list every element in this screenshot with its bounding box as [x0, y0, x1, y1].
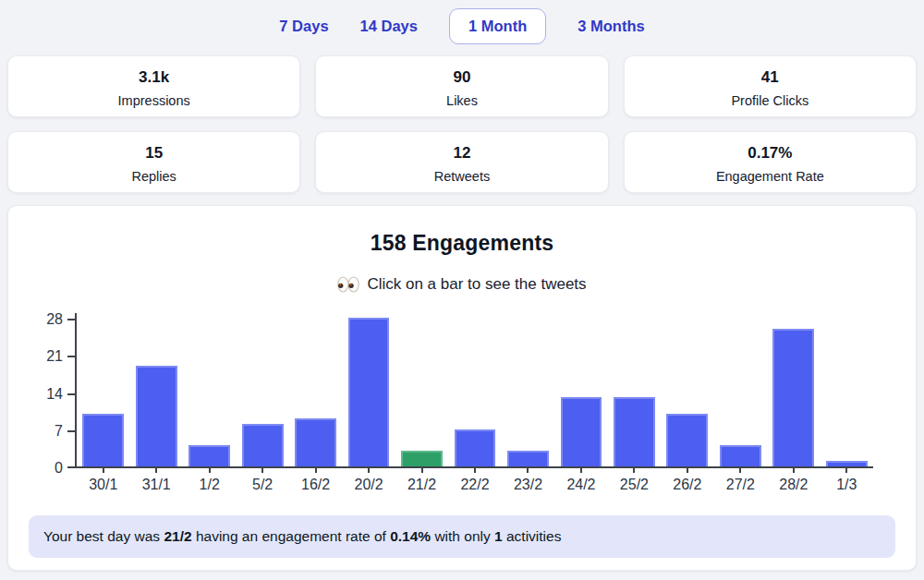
y-tick-label: 14: [46, 387, 63, 402]
x-tick-label: 21/2: [395, 468, 448, 494]
y-tick-label: 21: [46, 349, 63, 364]
chart-bar[interactable]: [720, 445, 761, 466]
chart-bar[interactable]: [295, 418, 336, 466]
x-tick-label: 26/2: [661, 468, 713, 494]
bar-slot: [661, 414, 713, 467]
stat-label: Impressions: [18, 93, 290, 108]
bar-slot: [502, 451, 554, 466]
stat-card-likes: 90 Likes: [315, 55, 608, 117]
note-text: Your best day was: [43, 528, 164, 544]
bar-slot: [448, 429, 501, 466]
tab-14-days[interactable]: 14 Days: [360, 18, 418, 34]
stat-value: 15: [18, 144, 290, 163]
bar-slot: [608, 397, 661, 466]
chart-bar[interactable]: [401, 451, 443, 466]
stat-label: Likes: [325, 93, 598, 108]
tab-3-months[interactable]: 3 Months: [578, 18, 644, 34]
bar-slot: [129, 366, 182, 466]
stat-value: 12: [325, 144, 598, 163]
stat-label: Replies: [18, 169, 290, 184]
y-tick-mark: [67, 430, 75, 432]
bar-chart: 07142128 30/131/11/25/216/220/221/222/22…: [29, 320, 873, 494]
best-day-note: Your best day was 21/2 having an engagem…: [29, 515, 895, 558]
x-tick-label: 30/1: [77, 468, 129, 494]
stat-value: 90: [325, 68, 598, 87]
x-tick-label: 20/2: [342, 468, 395, 494]
chart-bar[interactable]: [242, 424, 284, 466]
y-tick-mark: [67, 319, 75, 320]
chart-bar[interactable]: [136, 366, 177, 466]
x-tick-label: 1/3: [821, 468, 873, 494]
chart-bar[interactable]: [507, 451, 549, 466]
stat-value: 3.1k: [18, 68, 290, 87]
x-tick-label: 23/2: [502, 468, 554, 494]
bar-slot: [342, 318, 395, 466]
bars-container: [77, 320, 873, 468]
bar-slot: [236, 424, 288, 466]
note-rate: 0.14%: [390, 528, 431, 544]
x-axis-labels: 30/131/11/25/216/220/221/222/223/224/225…: [75, 468, 873, 494]
bar-slot: [77, 414, 129, 467]
bar-slot: [289, 418, 342, 466]
bar-slot: [714, 445, 767, 466]
x-tick-label: 24/2: [554, 468, 607, 494]
chart-bar[interactable]: [82, 414, 124, 467]
stat-value: 0.17%: [634, 144, 906, 163]
chart-bar[interactable]: [772, 329, 814, 467]
chart-bar[interactable]: [455, 429, 496, 466]
note-count: 1: [494, 528, 503, 544]
bar-slot: [554, 397, 607, 466]
chart-bar[interactable]: [188, 445, 230, 466]
stat-card-engagement-rate: 0.17% Engagement Rate: [624, 131, 917, 193]
y-tick-mark: [67, 356, 75, 357]
stat-label: Profile Clicks: [634, 93, 906, 108]
chart-title: 158 Engagements: [29, 230, 895, 256]
x-tick-label: 1/2: [183, 468, 236, 494]
stat-card-impressions: 3.1k Impressions: [7, 55, 300, 117]
bar-slot: [183, 445, 236, 466]
note-text: having an engagement rate of: [192, 528, 391, 544]
x-tick-label: 31/1: [129, 468, 182, 494]
y-tick-mark: [67, 393, 75, 395]
y-tick-label: 28: [46, 312, 63, 327]
chart-bar[interactable]: [561, 397, 602, 466]
stat-value: 41: [634, 68, 906, 87]
note-best-day: 21/2: [164, 528, 191, 544]
stats-grid: 3.1k Impressions 90 Likes 41 Profile Cli…: [7, 55, 917, 193]
bar-slot: [395, 451, 448, 466]
x-tick-label: 27/2: [714, 468, 767, 494]
stat-card-replies: 15 Replies: [7, 131, 300, 193]
plot-area: [75, 320, 873, 468]
stat-card-profile-clicks: 41 Profile Clicks: [624, 55, 917, 117]
note-text: with only: [431, 528, 494, 544]
stat-label: Retweets: [325, 169, 598, 184]
x-tick-label: 28/2: [767, 468, 820, 494]
x-tick-label: 22/2: [448, 468, 501, 494]
chart-bar[interactable]: [348, 318, 390, 466]
y-tick-label: 0: [55, 461, 63, 476]
chart-subtitle-text: Click on a bar to see the tweets: [367, 275, 586, 294]
chart-bar[interactable]: [614, 397, 655, 466]
stat-card-retweets: 12 Retweets: [315, 131, 608, 193]
x-tick-label: 16/2: [289, 468, 342, 494]
engagements-chart-card: 158 Engagements Click on a bar to see th…: [7, 205, 917, 571]
x-tick-label: 5/2: [236, 468, 288, 494]
chart-bar[interactable]: [666, 414, 708, 467]
bar-slot: [767, 329, 820, 467]
y-tick-label: 7: [55, 424, 63, 439]
bar-slot: [821, 461, 873, 466]
period-tabs: 7 Days 14 Days 1 Month 3 Months: [0, 0, 924, 44]
tab-7-days[interactable]: 7 Days: [279, 18, 328, 34]
stat-label: Engagement Rate: [634, 169, 906, 184]
y-tick-mark: [67, 466, 75, 468]
eyes-emoji-icon: [337, 276, 359, 293]
chart-bar[interactable]: [826, 461, 868, 466]
tab-1-month[interactable]: 1 Month: [449, 8, 546, 44]
note-text: activities: [503, 528, 562, 544]
chart-subtitle: Click on a bar to see the tweets: [29, 275, 895, 294]
x-tick-label: 25/2: [608, 468, 661, 494]
